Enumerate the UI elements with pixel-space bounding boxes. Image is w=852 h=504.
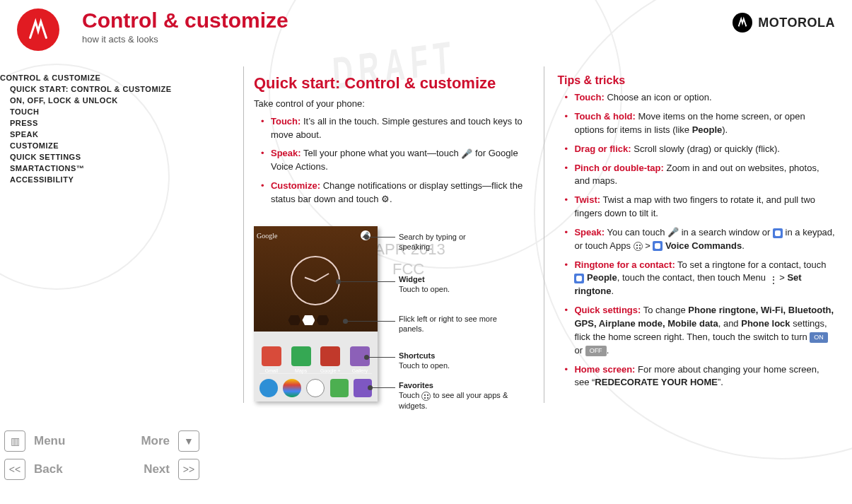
phone-fav-messaging-icon: [330, 379, 349, 397]
callout-favorites: Favorites Touch to see all your apps & w…: [399, 380, 519, 411]
bullet-touch: Touch: It’s all in the touch. Simple ges…: [264, 115, 534, 142]
section-lead: Take control of your phone:: [254, 98, 534, 111]
phone-fav-chrome-icon: [283, 379, 301, 397]
brand-text: MOTOROLA: [758, 16, 835, 30]
voice-commands-icon: [653, 241, 663, 251]
page-subtitle: how it acts & looks: [82, 34, 288, 45]
phone-app-shortcut: Gallery: [348, 346, 372, 375]
page-title: Control & customize: [82, 8, 288, 33]
tip-ringtone: Ringtone for a contact: To set a rington…: [567, 259, 835, 299]
callout-shortcuts: Shortcuts Touch to open.: [399, 351, 505, 371]
toc-item[interactable]: CONTROL & CUSTOMIZE: [0, 72, 233, 83]
toc-item[interactable]: SMARTACTIONS™: [0, 163, 233, 174]
menu-button[interactable]: Menu: [34, 434, 98, 448]
gear-icon: ⚙: [381, 193, 390, 206]
mic-icon: 🎤: [667, 227, 679, 238]
switch-on-icon: ON: [810, 332, 828, 343]
bullet-customize: Customize: Change notifications or displ…: [264, 180, 534, 206]
tip-hold: Touch & hold: Move items on the home scr…: [567, 110, 835, 137]
phone-fav-phone-icon: [259, 379, 278, 397]
tip-twist: Twist: Twist a map with two fingers to r…: [567, 194, 835, 221]
toc-item[interactable]: ON, OFF, LOCK & UNLOCK: [0, 95, 233, 106]
toc-item[interactable]: ACCESSIBILITY: [0, 174, 233, 185]
tip-pinch: Pinch or double-tap: Zoom in and out on …: [567, 162, 835, 189]
menu-overflow-icon: [769, 274, 777, 283]
apps-grid-icon: [421, 392, 431, 401]
toc-item[interactable]: TOUCH: [0, 106, 233, 117]
tip-quick-settings: Quick settings: To change Phone ringtone…: [567, 304, 835, 357]
more-button[interactable]: More: [106, 434, 170, 448]
tips-heading: Tips & tricks: [557, 72, 835, 88]
phone-search-logo: Google: [257, 231, 277, 242]
tip-speak: Speak: You can touch 🎤 in a search windo…: [567, 226, 835, 253]
callout-search: Search by typing or speaking.: [399, 232, 484, 252]
more-icon[interactable]: ▼: [178, 430, 199, 452]
next-button[interactable]: Next: [106, 462, 170, 476]
callout-flick: Flick left or right to see more panels.: [399, 314, 505, 334]
phone-favorites-bar: [259, 373, 372, 397]
apps-grid-icon: [634, 242, 643, 251]
keypad-mic-icon: [773, 228, 783, 238]
phone-clock-widget: [291, 256, 340, 305]
phone-fav-apps-icon: [306, 379, 325, 397]
switch-off-icon: OFF: [585, 346, 607, 356]
mic-icon: 🎤: [461, 148, 472, 161]
next-icon[interactable]: >>: [178, 459, 199, 480]
phone-app-shortcut: Maps: [289, 346, 313, 375]
phone-app-shortcut: Gmail: [259, 346, 284, 375]
bullet-speak: Speak: Tell your phone what you want—tou…: [264, 147, 534, 174]
toc-item[interactable]: QUICK SETTINGS: [0, 151, 233, 163]
phone-page-indicator: [287, 315, 344, 327]
brand-badge: MOTOROLA: [733, 13, 835, 33]
toc-item[interactable]: PRESS: [0, 117, 233, 129]
tip-home-screen: Home screen: For more about changing you…: [567, 363, 835, 390]
toc-item[interactable]: SPEAK: [0, 129, 233, 140]
callout-widget: Widget Touch to open.: [399, 274, 505, 295]
phone-illustration: Google 🎤 GmailMapsGoogle +Gallery: [254, 226, 534, 410]
table-of-contents: CONTROL & CUSTOMIZEQUICK START: CONTROL …: [0, 72, 233, 185]
back-icon[interactable]: <<: [4, 459, 25, 480]
motorola-logo-icon: [17, 8, 59, 51]
people-icon: [574, 274, 584, 283]
section-heading: Quick start: Control & customize: [254, 72, 534, 95]
menu-icon[interactable]: ▥: [4, 430, 25, 452]
tip-touch: Touch: Choose an icon or option.: [567, 91, 835, 105]
toc-item[interactable]: QUICK START: CONTROL & CUSTOMIZE: [0, 83, 233, 95]
tip-drag: Drag or flick: Scroll slowly (drag) or q…: [567, 143, 835, 156]
toc-item[interactable]: CUSTOMIZE: [0, 140, 233, 151]
phone-app-shortcut: Google +: [318, 346, 342, 375]
back-button[interactable]: Back: [34, 462, 98, 476]
